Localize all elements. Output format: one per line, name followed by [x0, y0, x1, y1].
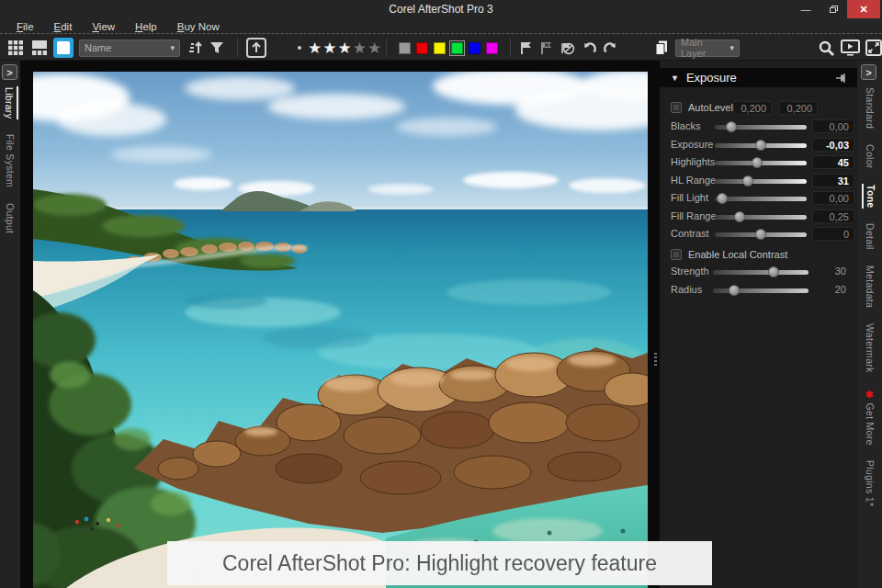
slider-value-fill-light[interactable]: 0,00	[812, 191, 854, 205]
fullscreen-icon[interactable]	[865, 40, 882, 56]
slider-label-radius: Radius	[671, 284, 702, 295]
slider-label-blacks: Blacks	[671, 120, 700, 131]
rating-star-4[interactable]: ★	[353, 40, 367, 56]
menu-item-help[interactable]: Help	[135, 21, 157, 32]
color-labels	[399, 35, 503, 61]
color-label-blue[interactable]	[469, 42, 481, 54]
flag-pick-icon[interactable]	[519, 40, 534, 56]
slider-track-fill-light[interactable]	[715, 197, 807, 201]
rating-star-3[interactable]: ★	[338, 40, 352, 56]
flag-clear-icon[interactable]	[560, 40, 576, 56]
rating-star-5[interactable]: ★	[368, 40, 381, 56]
sidebar-tab-output[interactable]: Output	[3, 202, 17, 234]
slider-label-hl-range: HL Range	[671, 175, 716, 186]
sidebar-tab-file-system[interactable]: File System	[3, 133, 17, 188]
panel-tab-watermark[interactable]: Watermark	[863, 322, 877, 374]
view-buttons	[6, 35, 77, 61]
slideshow-icon[interactable]	[841, 40, 860, 56]
slider-track-radius[interactable]	[713, 288, 808, 293]
sort-ascending-icon[interactable]	[187, 40, 204, 56]
slider-value-hl-range[interactable]: 31	[812, 174, 854, 187]
slider-handle-hl-range[interactable]	[742, 175, 753, 187]
split-view-button[interactable]	[29, 38, 50, 58]
color-label-green[interactable]	[451, 42, 463, 54]
right-panel-expand-button[interactable]: >	[861, 64, 876, 80]
slider-value-blacks[interactable]: 0,00	[812, 119, 854, 133]
panel-tab-plugins-1[interactable]: Plugins 1*	[863, 459, 877, 507]
slider-track-strength[interactable]	[713, 270, 808, 275]
sidebar-tab-library[interactable]: Library	[2, 86, 18, 119]
panel-tab-metadata[interactable]: Metadata	[863, 265, 877, 309]
slider-handle-fill-range[interactable]	[734, 211, 745, 222]
close-button[interactable]: ✕	[847, 0, 880, 18]
undo-icon[interactable]	[582, 40, 597, 55]
export-icon[interactable]	[245, 37, 267, 59]
menu-item-file[interactable]: File	[17, 21, 34, 32]
slider-handle-highlights[interactable]	[752, 157, 763, 168]
color-label-magenta[interactable]	[486, 42, 498, 54]
autolevel-label: AutoLevel	[688, 102, 733, 113]
menu-item-view[interactable]: View	[92, 21, 115, 32]
autolevel-checkbox[interactable]	[671, 102, 682, 113]
autolevel-row: AutoLevel 0,200 0,200	[660, 101, 857, 116]
image-canvas[interactable]	[20, 61, 660, 588]
layer-combo[interactable]: Main Layer ▾	[675, 40, 740, 57]
panel-tab-color[interactable]: Color	[863, 143, 877, 170]
panel-tab-get-more[interactable]: ✱ Get More	[863, 388, 877, 447]
color-label-gray[interactable]	[399, 42, 411, 54]
filter-funnel-icon[interactable]	[209, 40, 224, 55]
slider-row-exposure: Exposure-0,03	[660, 138, 857, 153]
exposure-section-header[interactable]: ▼ Exposure	[660, 68, 857, 87]
right-tab-strip: > StandardColorToneDetailMetadataWaterma…	[857, 61, 882, 588]
panel-splitter-handle[interactable]	[654, 353, 657, 368]
slider-track-fill-range[interactable]	[715, 215, 807, 220]
restore-button[interactable]	[820, 0, 847, 18]
slider-value-contrast[interactable]: 0	[812, 227, 854, 241]
slider-label-strength: Strength	[671, 266, 709, 277]
panel-tab-detail[interactable]: Detail	[863, 222, 877, 251]
minimize-button[interactable]: —	[792, 0, 820, 18]
photo-beach-preview[interactable]	[33, 72, 648, 588]
color-label-yellow[interactable]	[434, 42, 446, 54]
flag-reject-icon[interactable]	[539, 40, 554, 56]
slider-handle-contrast[interactable]	[755, 229, 766, 240]
clear-rating-dot[interactable]	[298, 46, 301, 50]
slider-handle-strength[interactable]	[768, 266, 779, 277]
slider-value-highlights[interactable]: 45	[812, 155, 854, 169]
slider-track-hl-range[interactable]	[715, 179, 807, 184]
slider-value-strength: 30	[816, 265, 851, 278]
slider-handle-radius[interactable]	[729, 285, 740, 296]
collapse-triangle-icon[interactable]: ▼	[671, 74, 679, 83]
slider-handle-fill-light[interactable]	[717, 193, 728, 204]
autolevel-value-high[interactable]: 0,200	[779, 101, 818, 115]
thumbnail-grid-view-button[interactable]	[6, 38, 26, 58]
rating-star-2[interactable]: ★	[322, 40, 336, 56]
slider-value-fill-range[interactable]: 0,25	[812, 209, 854, 223]
slider-handle-exposure[interactable]	[755, 140, 766, 151]
left-panel-expand-button[interactable]: >	[2, 64, 17, 80]
redo-icon[interactable]	[603, 40, 618, 55]
rating-star-1[interactable]: ★	[308, 40, 322, 56]
slider-track-highlights[interactable]	[715, 161, 807, 165]
exposure-section-title: Exposure	[686, 71, 737, 85]
sort-combo-value: Name	[85, 42, 111, 53]
slider-track-exposure[interactable]	[715, 143, 807, 148]
window-title: Corel AfterShot Pro 3	[0, 3, 882, 16]
color-label-red[interactable]	[416, 42, 428, 54]
search-icon[interactable]	[818, 40, 835, 57]
slider-row-highlights: Highlights45	[660, 155, 857, 170]
sort-combo[interactable]: Name ▾	[79, 40, 180, 57]
panel-tab-tone[interactable]: Tone	[862, 184, 878, 209]
slider-row-strength: Strength30	[660, 265, 857, 279]
pin-icon[interactable]	[835, 74, 848, 83]
slider-value-exposure[interactable]: -0,03	[812, 138, 854, 152]
autolevel-value-low[interactable]: 0,200	[733, 101, 772, 115]
slider-track-blacks[interactable]	[715, 125, 807, 130]
menu-item-edit[interactable]: Edit	[54, 21, 73, 32]
panel-tab-standard[interactable]: Standard	[863, 86, 877, 130]
slider-track-contrast[interactable]	[715, 232, 807, 237]
local-contrast-checkbox[interactable]	[671, 249, 682, 260]
slider-handle-blacks[interactable]	[726, 121, 737, 132]
single-image-view-button[interactable]	[53, 38, 74, 58]
menu-item-buy-now[interactable]: Buy Now	[177, 21, 220, 32]
